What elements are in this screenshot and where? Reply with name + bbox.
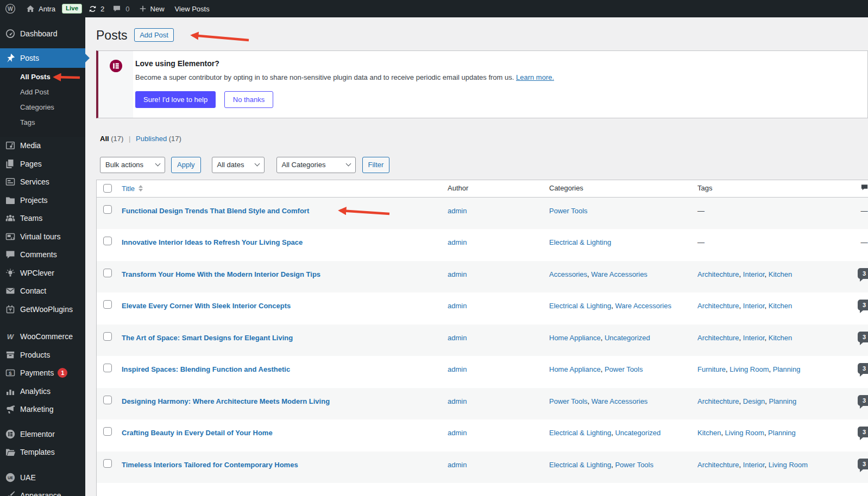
- bulk-actions-select[interactable]: Bulk actions: [100, 157, 165, 173]
- tag-link[interactable]: Furniture: [697, 365, 726, 373]
- category-link[interactable]: Electrical & Lighting: [549, 238, 611, 246]
- category-link[interactable]: Power Tools: [615, 461, 653, 469]
- author-link[interactable]: admin: [448, 461, 467, 469]
- comment-count-badge[interactable]: 3: [858, 427, 868, 437]
- sidebar-item-marketing[interactable]: Marketing: [0, 400, 85, 419]
- comment-count-badge[interactable]: 3: [858, 332, 868, 342]
- updates-item[interactable]: 2: [88, 0, 104, 17]
- apply-button[interactable]: Apply: [171, 157, 201, 173]
- sidebar-subitem-categories[interactable]: Categories: [0, 100, 85, 115]
- sidebar-item-services[interactable]: Services: [0, 173, 85, 192]
- sidebar-item-virtual-tours[interactable]: Virtual tours: [0, 227, 85, 246]
- tag-link[interactable]: Kitchen: [769, 302, 792, 310]
- tag-link[interactable]: Interior: [743, 270, 765, 278]
- tag-link[interactable]: Planning: [769, 397, 797, 405]
- select-all-checkbox[interactable]: [103, 184, 112, 193]
- sidebar-item-products[interactable]: Products: [0, 346, 85, 364]
- category-link[interactable]: Uncategorized: [615, 429, 661, 437]
- post-title-link[interactable]: Transform Your Home With the Modern Inte…: [122, 270, 320, 278]
- post-title-link[interactable]: Elevate Every Corner With Sleek Interior…: [122, 302, 291, 310]
- post-title-link[interactable]: Functional Design Trends That Blend Styl…: [122, 207, 309, 215]
- tag-link[interactable]: Interior: [743, 302, 765, 310]
- comment-count-badge[interactable]: 3: [858, 300, 868, 310]
- sidebar-item-payments[interactable]: $Payments1: [0, 364, 85, 383]
- category-link[interactable]: Uncategorized: [605, 334, 650, 342]
- tag-link[interactable]: Architechture: [697, 461, 739, 469]
- category-link[interactable]: Electrical & Lighting: [549, 302, 611, 310]
- view-posts-link[interactable]: View Posts: [175, 0, 210, 17]
- tag-link[interactable]: Kitchen: [697, 429, 721, 437]
- sidebar-item-pages[interactable]: Pages: [0, 155, 85, 173]
- sidebar-subitem-add-post[interactable]: Add Post: [0, 85, 85, 100]
- row-checkbox[interactable]: [103, 237, 112, 245]
- tag-link[interactable]: Architechture: [697, 302, 739, 310]
- sidebar-item-projects[interactable]: Projects: [0, 191, 85, 209]
- comment-count-badge[interactable]: 3: [858, 395, 868, 406]
- tag-link[interactable]: Architechture: [697, 334, 739, 342]
- row-checkbox[interactable]: [103, 427, 112, 436]
- author-link[interactable]: admin: [448, 334, 467, 342]
- category-link[interactable]: Ware Accessories: [591, 270, 647, 278]
- sidebar-item-elementor[interactable]: Elementor: [0, 425, 85, 443]
- comments-item[interactable]: 0: [112, 0, 129, 17]
- categories-filter-select[interactable]: All Categories: [276, 157, 356, 173]
- sort-by-title[interactable]: Title: [122, 185, 143, 193]
- new-menu[interactable]: New: [139, 0, 165, 17]
- category-link[interactable]: Power Tools: [605, 365, 643, 373]
- category-link[interactable]: Electrical & Lighting: [549, 429, 611, 437]
- sidebar-item-teams[interactable]: Teams: [0, 209, 85, 228]
- tag-link[interactable]: Interior: [743, 461, 765, 469]
- post-title-link[interactable]: Crafting Beauty in Every Detail of Your …: [122, 429, 273, 437]
- sidebar-item-wpclever[interactable]: WPClever: [0, 264, 85, 282]
- sidebar-item-getwooplugins[interactable]: GetWooPlugins: [0, 300, 85, 319]
- sidebar-item-uae[interactable]: UEUAE: [0, 468, 85, 487]
- tag-link[interactable]: Architechture: [697, 397, 739, 405]
- sidebar-item-appearance[interactable]: Appearance: [0, 487, 85, 496]
- filter-button[interactable]: Filter: [362, 157, 390, 173]
- add-post-button[interactable]: Add Post: [134, 28, 174, 42]
- sidebar-item-posts[interactable]: Posts: [0, 48, 85, 68]
- wordpress-menu[interactable]: W: [5, 0, 16, 17]
- author-link[interactable]: admin: [448, 238, 467, 246]
- comment-count-badge[interactable]: 3: [858, 459, 868, 469]
- tag-link[interactable]: Planning: [773, 365, 801, 373]
- sidebar-subitem-tags[interactable]: Tags: [0, 115, 85, 130]
- row-checkbox[interactable]: [103, 205, 112, 214]
- filter-published[interactable]: Published: [136, 135, 167, 143]
- tag-link[interactable]: Kitchen: [769, 334, 792, 342]
- comment-count-badge[interactable]: 3: [858, 363, 868, 374]
- tag-link[interactable]: Living Room: [725, 429, 764, 437]
- author-link[interactable]: admin: [448, 207, 467, 215]
- sidebar-item-media[interactable]: Media: [0, 137, 85, 155]
- author-link[interactable]: admin: [448, 365, 467, 373]
- tag-link[interactable]: Kitchen: [769, 270, 792, 278]
- sidebar-item-analytics[interactable]: Analytics: [0, 382, 85, 400]
- author-link[interactable]: admin: [448, 397, 467, 405]
- sidebar-item-contact[interactable]: Contact: [0, 282, 85, 301]
- category-link[interactable]: Ware Accessories: [592, 397, 648, 405]
- author-link[interactable]: admin: [448, 302, 467, 310]
- tag-link[interactable]: Living Room: [769, 461, 808, 469]
- comment-count-badge[interactable]: 3: [858, 268, 868, 279]
- sidebar-subitem-all-posts[interactable]: All Posts: [0, 69, 85, 85]
- sidebar-item-woocommerce[interactable]: WWooCommerce: [0, 328, 85, 346]
- row-checkbox[interactable]: [103, 396, 112, 404]
- tag-link[interactable]: Design: [743, 397, 765, 405]
- post-title-link[interactable]: Inspired Spaces: Blending Function and A…: [122, 365, 290, 373]
- author-link[interactable]: admin: [448, 429, 467, 437]
- notice-accept-button[interactable]: Sure! I'd love to help: [135, 91, 216, 108]
- post-title-link[interactable]: Designing Harmony: Where Architecture Me…: [122, 397, 330, 405]
- category-link[interactable]: Home Appliance: [549, 365, 601, 373]
- filter-all[interactable]: All: [100, 135, 109, 143]
- row-checkbox[interactable]: [103, 300, 112, 309]
- post-title-link[interactable]: Timeless Interiors Tailored for Contempo…: [122, 461, 298, 469]
- author-link[interactable]: admin: [448, 270, 467, 278]
- row-checkbox[interactable]: [103, 269, 112, 277]
- category-link[interactable]: Ware Accessories: [615, 302, 671, 310]
- row-checkbox[interactable]: [103, 364, 112, 372]
- sidebar-item-dashboard[interactable]: Dashboard: [0, 24, 85, 43]
- category-link[interactable]: Accessories: [549, 270, 587, 278]
- tag-link[interactable]: Interior: [743, 334, 765, 342]
- notice-decline-button[interactable]: No thanks: [224, 91, 274, 108]
- tag-link[interactable]: Living Room: [729, 365, 769, 373]
